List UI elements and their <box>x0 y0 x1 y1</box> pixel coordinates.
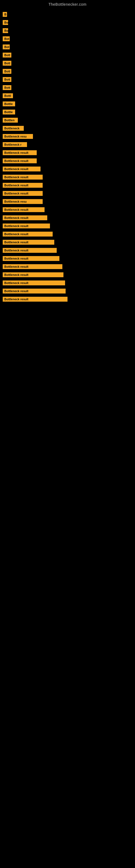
list-item: Bott <box>3 51 135 59</box>
list-item: Bott <box>3 84 135 92</box>
bottleneck-result-badge[interactable]: Bottleneck result <box>3 166 41 172</box>
bottleneck-result-badge[interactable]: Bott <box>3 77 11 82</box>
list-item: Bott <box>3 75 135 84</box>
list-item: Bottleneck <box>3 124 135 132</box>
list-item: Bottleneck result <box>3 189 135 197</box>
bottleneck-result-badge[interactable]: Bottleneck result <box>3 264 62 269</box>
list-item: Bottle <box>3 100 135 108</box>
bottleneck-result-badge[interactable]: Bot <box>3 44 10 50</box>
list-item: Bottleneck result <box>3 181 135 189</box>
list-item: Bottleneck result <box>3 295 135 303</box>
bottleneck-result-badge[interactable]: Bot <box>3 36 10 41</box>
bottleneck-result-badge[interactable]: Bottleneck r <box>3 142 27 147</box>
bottleneck-result-badge[interactable]: Bottleneck result <box>3 183 43 188</box>
list-item: Bottleneck result <box>3 222 135 230</box>
bottleneck-result-badge[interactable]: Bottleneck result <box>3 223 50 228</box>
bottleneck-result-badge[interactable]: Bottleneck resu <box>3 134 33 139</box>
list-item: Bot <box>3 43 135 51</box>
bottleneck-result-badge[interactable]: Bottleneck result <box>3 158 37 163</box>
bottleneck-result-badge[interactable]: Bo <box>3 28 8 33</box>
list-item: Bottleneck result <box>3 165 135 173</box>
bottleneck-result-badge[interactable]: Bottleneck result <box>3 207 45 212</box>
list-item: Bottleneck r <box>3 141 135 149</box>
bottleneck-result-badge[interactable]: Bott <box>3 85 11 90</box>
bottleneck-result-badge[interactable]: B <box>3 12 7 17</box>
bottleneck-result-badge[interactable]: Bottleneck result <box>3 256 59 261</box>
bottleneck-result-badge[interactable]: Bottleneck result <box>3 150 37 155</box>
bottleneck-result-badge[interactable]: Bottlen <box>3 118 18 123</box>
list-item: Bottleneck result <box>3 271 135 279</box>
list-item: Bottleneck result <box>3 287 135 295</box>
bottleneck-result-badge[interactable]: Bottleneck result <box>3 240 54 245</box>
list-item: Bottleneck result <box>3 262 135 271</box>
list-item: Bottleneck result <box>3 214 135 222</box>
list-item: Bott <box>3 59 135 67</box>
list-item: Bottleneck result <box>3 254 135 262</box>
items-container: BBoBoBotBotBottBottBottBottBottBottlBott… <box>0 8 135 306</box>
list-item: Bottleneck result <box>3 230 135 238</box>
list-item: Bottleneck result <box>3 173 135 181</box>
list-item: B <box>3 10 135 19</box>
bottleneck-result-badge[interactable]: Bottleneck result <box>3 215 47 220</box>
bottleneck-result-badge[interactable]: Bottle <box>3 110 15 115</box>
list-item: Bo <box>3 19 135 27</box>
bottleneck-result-badge[interactable]: Bottleneck result <box>3 289 65 293</box>
list-item: Bottleneck resu <box>3 132 135 141</box>
bottleneck-result-badge[interactable]: Bo <box>3 20 8 25</box>
list-item: Bottleneck resu <box>3 197 135 206</box>
bottleneck-result-badge[interactable]: Bottle <box>3 101 15 106</box>
bottleneck-result-badge[interactable]: Bottleneck result <box>3 297 68 302</box>
bottleneck-result-badge[interactable]: Bottleneck result <box>3 280 65 285</box>
list-item: Bottlen <box>3 116 135 124</box>
list-item: Bottleneck result <box>3 279 135 287</box>
list-item: Bottleneck result <box>3 149 135 157</box>
bottleneck-result-badge[interactable]: Bott <box>3 61 11 66</box>
bottleneck-result-badge[interactable]: Bott <box>3 69 11 74</box>
list-item: Bot <box>3 35 135 43</box>
list-item: Bott <box>3 67 135 75</box>
list-item: Bottleneck result <box>3 206 135 214</box>
list-item: Bo <box>3 27 135 35</box>
bottleneck-result-badge[interactable]: Bottleneck result <box>3 191 43 196</box>
bottleneck-result-badge[interactable]: Bott <box>3 53 11 58</box>
bottleneck-result-badge[interactable]: Bottleneck resu <box>3 199 43 204</box>
bottleneck-result-badge[interactable]: Bottleneck <box>3 126 24 131</box>
list-item: Bottle <box>3 108 135 116</box>
bottleneck-result-badge[interactable]: Bottl <box>3 93 13 98</box>
list-item: Bottl <box>3 92 135 100</box>
bottleneck-result-badge[interactable]: Bottleneck result <box>3 175 43 180</box>
bottleneck-result-badge[interactable]: Bottleneck result <box>3 231 53 237</box>
list-item: Bottleneck result <box>3 157 135 165</box>
bottleneck-result-badge[interactable]: Bottleneck result <box>3 272 63 277</box>
list-item: Bottleneck result <box>3 246 135 254</box>
list-item: Bottleneck result <box>3 238 135 246</box>
bottleneck-result-badge[interactable]: Bottleneck result <box>3 248 57 253</box>
site-title: TheBottlenecker.com <box>0 0 135 8</box>
